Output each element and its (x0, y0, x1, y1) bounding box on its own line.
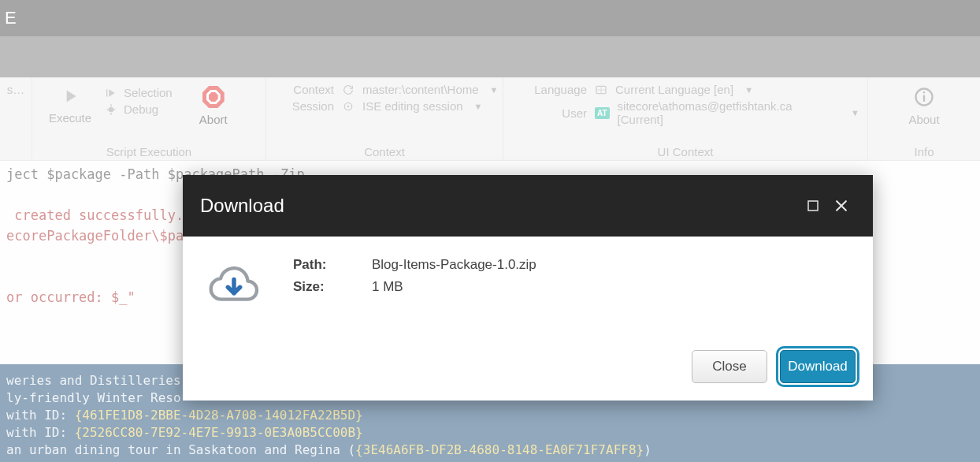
dialog-header: Download (183, 175, 873, 237)
download-cloud-icon (206, 257, 262, 312)
dialog-title: Download (200, 195, 284, 217)
close-dialog-button[interactable] (827, 192, 856, 220)
download-metadata: Path: Blog-Items-Package-1.0.zip Size: 1… (293, 257, 536, 295)
svg-rect-12 (808, 201, 818, 211)
maximize-button[interactable] (799, 192, 827, 220)
close-button[interactable]: Close (692, 350, 767, 383)
path-label: Path: (293, 257, 356, 273)
download-button[interactable]: Download (780, 350, 856, 383)
close-icon (833, 198, 849, 214)
download-dialog: Download Path: Blog-Items-Package-1.0.zi… (183, 175, 873, 401)
size-value: 1 MB (372, 279, 536, 295)
maximize-icon (806, 199, 820, 213)
path-value: Blog-Items-Package-1.0.zip (372, 257, 536, 273)
size-label: Size: (293, 279, 356, 295)
